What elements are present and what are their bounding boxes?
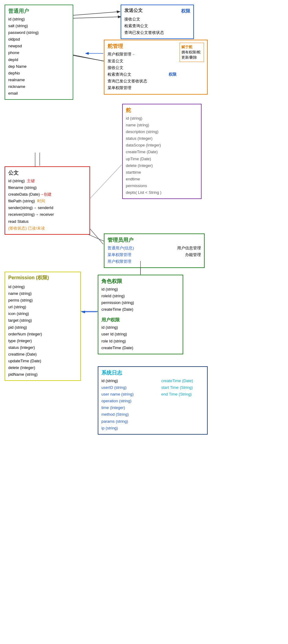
- admin-user-perm-mgmt: 用户权限管理: [108, 259, 131, 264]
- svg-line-8: [73, 12, 120, 15]
- system-log-title: 系统日志: [101, 369, 204, 376]
- admin-user-fields: 普通用户(信息) 用户信息管理 菜单权限管理 办能管理 用户权限管理: [108, 245, 201, 265]
- role-perm-title: 角色权限: [101, 278, 180, 285]
- mgmt-user-perm: 用户权限管理 ←: [108, 51, 177, 58]
- own-perm: 拥有权限/舵: [181, 50, 202, 55]
- item-search: 检索查询公文: [124, 23, 190, 29]
- admin-user-info-mgmt: 用户信息管理: [177, 245, 201, 251]
- up-createtime: createTime (Date): [101, 345, 180, 351]
- perm-url: url (string): [8, 304, 77, 310]
- admin-normal-user: 普通用户(信息): [108, 245, 134, 251]
- field-depname: dep Name: [8, 63, 70, 70]
- send-doc-title: 发送公文: [124, 8, 143, 13]
- doc-filepath: filePath (string) 时间: [8, 198, 86, 204]
- role-permissions: permissions: [126, 183, 198, 189]
- syslog-fields-left: id (string) userID (string) user name (s…: [101, 378, 161, 432]
- send-doc-permissions-box: 发送公文 权限 接收公文 检索查询公文 查询已发公文签收状态: [121, 5, 194, 39]
- rp-createtime: createTime (Date): [101, 306, 180, 313]
- role-depts: depts( List < String ): [126, 189, 198, 196]
- up-userid: user Id (string): [101, 331, 180, 338]
- permission-fields: id (string) name (string) perms (string)…: [8, 284, 77, 378]
- role-name: name (string): [126, 122, 198, 128]
- syslog-time: time (Integer): [101, 404, 161, 411]
- role-management-box: 舵管理 用户权限管理 ← 发送公文 接收公文 检索查询公文 权限 查询已发公文签…: [104, 40, 208, 95]
- official-doc-title: 公文: [8, 169, 86, 176]
- syslog-method: method (String): [101, 411, 161, 418]
- syslog-operation: operation (string): [101, 398, 161, 404]
- field-realname: realname: [8, 77, 70, 83]
- normal-user-title: 普通用户: [8, 8, 70, 15]
- perm-delete: delete (Integer): [8, 364, 77, 371]
- syslog-createtime: createTime (Date): [161, 378, 204, 384]
- system-log-box: 系统日志 id (string) userID (string) user na…: [98, 366, 208, 435]
- doc-readstatus: read Status: [8, 218, 86, 225]
- official-doc-fields: id (string) 主键 filename (string) createD…: [8, 178, 86, 232]
- perm-updatetime: updateTime (Date): [8, 358, 77, 364]
- admin-office-mgmt: 办能管理: [185, 251, 201, 258]
- role-mgmt-title: 舵管理: [108, 43, 177, 50]
- role-permission-box: 角色权限 id (string) roleId (string) permiss…: [98, 275, 183, 354]
- quanxian-label-2: 权限: [169, 71, 177, 78]
- rp-roleid: roleId (string): [101, 293, 180, 299]
- role-mgmt-fields: 用户权限管理 ← 发送公文 接收公文 检索查询公文 权限 查询已发公文签收状态 …: [108, 51, 177, 92]
- role-createtime: createTime (Date): [126, 149, 198, 155]
- perm-icon: icon (string): [8, 310, 77, 317]
- admin-user-title: 管理员用户: [108, 237, 201, 244]
- role-endtime: endtime: [126, 176, 198, 183]
- official-doc-box: 公文 id (string) 主键 filename (string) crea…: [5, 166, 90, 235]
- syslog-endtime: end Time (String): [161, 391, 204, 398]
- up-id: id (string): [101, 324, 180, 331]
- syslog-ip: ip (string): [101, 425, 161, 432]
- role-description: description (string): [126, 128, 198, 135]
- item-query-status: 查询已发公文签收状态: [124, 29, 190, 36]
- mgmt-search: 检索查询公文: [108, 71, 131, 78]
- perm-ordernum: orderNum (Integer): [8, 331, 77, 338]
- mgmt-menu-perm: 菜单权限管理: [108, 85, 177, 91]
- doc-filename: filename (string): [8, 184, 86, 191]
- item-receive: 接收公文: [124, 16, 190, 23]
- role-mgmt-right-box: 赋于舵 拥有权限/舵 更新/删除: [180, 43, 204, 62]
- field-id: id (string): [8, 16, 70, 23]
- field-newpsd: newpsd: [8, 43, 70, 49]
- send-doc-items: 接收公文 检索查询公文 查询已发公文签收状态: [124, 16, 190, 36]
- field-password: password (string): [8, 29, 70, 36]
- update-delete: 更新/删除: [181, 55, 202, 60]
- syslog-id: id (string): [101, 378, 161, 384]
- admin-menu-perm: 菜单权限管理: [108, 251, 131, 258]
- svg-line-15: [90, 165, 122, 198]
- up-roleid: role Id (string): [101, 338, 180, 345]
- field-oldpsd: oldpsd: [8, 36, 70, 43]
- field-nickname: nickname: [8, 83, 70, 90]
- role-title: 舵: [126, 107, 198, 114]
- field-salt: salt (string): [8, 23, 70, 29]
- perm-status: status (Integer): [8, 344, 77, 351]
- perm-creattime: creattime (Date): [8, 351, 77, 358]
- fuyu-title: 赋于舵: [181, 45, 202, 50]
- syslog-fields-right: createTime (Date) start Time (String) en…: [161, 378, 204, 432]
- mgmt-send: 发送公文: [108, 58, 177, 64]
- doc-sender: sender(string)→ senderId: [8, 204, 86, 211]
- rp-permission: permission (string): [101, 299, 180, 306]
- role-uptime: upTime (Date): [126, 156, 198, 162]
- perm-target: target (string): [8, 317, 77, 324]
- diagram-container: 普通用户 id (string) salt (string) password …: [0, 0, 288, 644]
- role-perm-fields: id (string) roleId (string) permission (…: [101, 286, 180, 313]
- syslog-params: params (string): [101, 418, 161, 425]
- role-fields: id (string) name (string) description (s…: [126, 115, 198, 196]
- rp-id: id (string): [101, 286, 180, 293]
- doc-id: id (string) 主键: [8, 178, 86, 184]
- perm-id: id (string): [8, 284, 77, 290]
- permission-title: Permission (权限): [8, 275, 77, 281]
- mgmt-receive: 接收公文: [108, 64, 177, 71]
- user-perm-title: 用户权限: [101, 317, 180, 323]
- normal-user-box: 普通用户 id (string) salt (string) password …: [5, 5, 73, 100]
- perm-pid: pid (string): [8, 324, 77, 331]
- role-starttime: starttime: [126, 169, 198, 176]
- mgmt-query: 查询已发公文签收状态: [108, 78, 177, 85]
- normal-user-fields: id (string) salt (string) password (stri…: [8, 16, 70, 97]
- field-depno: depNo: [8, 70, 70, 77]
- permission-box: Permission (权限) id (string) name (string…: [5, 272, 81, 381]
- field-email: email: [8, 90, 70, 97]
- svg-line-9: [73, 55, 103, 61]
- role-status: status (Integer): [126, 135, 198, 142]
